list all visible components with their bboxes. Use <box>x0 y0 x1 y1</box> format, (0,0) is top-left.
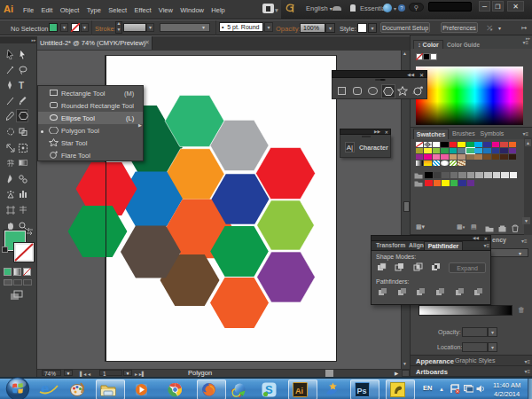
svg-text:Ai: Ai <box>295 387 303 395</box>
svg-text:Ps: Ps <box>357 387 367 395</box>
